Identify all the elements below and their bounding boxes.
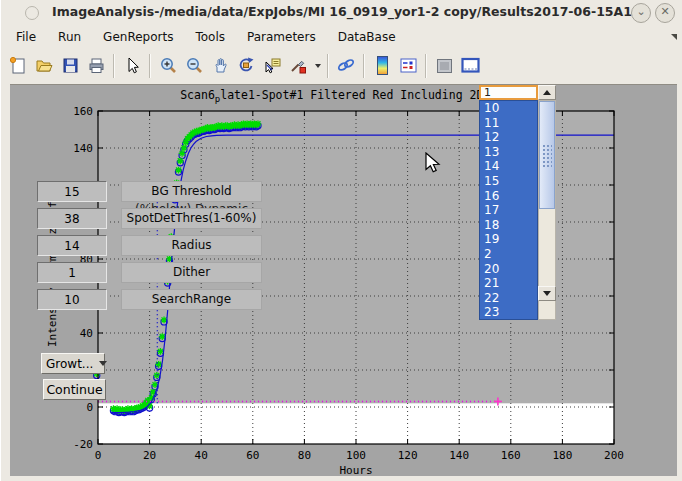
hide-plot-tools-icon[interactable] — [431, 53, 457, 79]
spot-number-list: 10111213141516171819220212223 — [479, 100, 538, 320]
plot-title: Scan6plate1-Spot#1 Filtered Red Includin… — [36, 88, 676, 104]
growth-dropdown-label: Growt... — [46, 357, 93, 371]
arrow-down-icon — [543, 291, 551, 296]
arrow-cursor-icon[interactable] — [119, 53, 145, 79]
toolbar — [1, 48, 682, 83]
shade-button[interactable]: ⌄ — [631, 3, 651, 23]
title-bar: ImageAnalysis-/media/data/ExpJobs/MI 16_… — [1, 0, 682, 26]
searchrange-label: SearchRange — [121, 289, 262, 310]
dropdown-item-23[interactable]: 23 — [480, 305, 537, 320]
radius-input[interactable] — [37, 235, 107, 256]
menu-item-genreports[interactable]: GenReports — [92, 28, 184, 46]
menu-bar: FileRunGenReportsToolsParametersDataBase — [1, 26, 682, 48]
svg-text:-20: -20 — [73, 438, 93, 451]
open-file-icon[interactable] — [31, 53, 57, 79]
growth-dropdown[interactable]: Growt... — [41, 353, 105, 374]
dropdown-item-2[interactable]: 2 — [480, 247, 537, 262]
dropdown-item-16[interactable]: 16 — [480, 189, 537, 204]
svg-text:60: 60 — [246, 449, 259, 462]
scroll-down-button[interactable] — [538, 286, 556, 301]
menu-item-parameters[interactable]: Parameters — [236, 28, 327, 46]
dropdown-item-12[interactable]: 12 — [480, 130, 537, 145]
svg-text:160: 160 — [73, 105, 93, 118]
scroll-up-button[interactable] — [538, 85, 556, 100]
pan-hand-icon[interactable] — [207, 53, 233, 79]
app-window: ImageAnalysis-/media/data/ExpJobs/MI 16_… — [0, 0, 682, 481]
svg-text:160: 160 — [501, 449, 521, 462]
dropdown-item-22[interactable]: 22 — [480, 291, 537, 306]
svg-text:140: 140 — [73, 142, 93, 155]
close-button[interactable]: ✕ — [655, 3, 675, 23]
spotdetthres-input[interactable] — [37, 208, 107, 229]
dropdown-item-10[interactable]: 10 — [480, 101, 537, 116]
scrollbar-grip — [542, 144, 552, 168]
continue-button[interactable]: Continue — [43, 379, 106, 400]
svg-text:0: 0 — [86, 401, 93, 414]
mouse-cursor-icon — [425, 152, 441, 174]
menu-item-database[interactable]: DataBase — [327, 28, 407, 46]
save-icon[interactable] — [57, 53, 83, 79]
menu-item-file[interactable]: File — [5, 28, 47, 46]
svg-text:100: 100 — [346, 449, 366, 462]
svg-text:0: 0 — [95, 449, 102, 462]
data-cursor-icon[interactable] — [259, 53, 285, 79]
svg-text:20: 20 — [143, 449, 156, 462]
dropdown-item-18[interactable]: 18 — [480, 218, 537, 233]
dropdown-item-19[interactable]: 19 — [480, 232, 537, 247]
svg-text:Hours: Hours — [339, 464, 372, 476]
dropdown-item-21[interactable]: 21 — [480, 276, 537, 291]
svg-text:120: 120 — [398, 449, 418, 462]
rotate-3d-icon[interactable] — [233, 53, 259, 79]
insert-legend-icon[interactable] — [395, 53, 421, 79]
print-icon[interactable] — [83, 53, 109, 79]
dropdown-item-13[interactable]: 13 — [480, 145, 537, 160]
zoom-out-icon[interactable] — [181, 53, 207, 79]
link-plots-icon[interactable] — [333, 53, 359, 79]
bg-threshold-input[interactable] — [37, 181, 107, 202]
searchrange-input[interactable] — [37, 289, 107, 310]
dropdown-item-15[interactable]: 15 — [480, 174, 537, 189]
scrollbar-thumb[interactable] — [539, 101, 555, 209]
spotdetthres-label: SpotDetThres(1-60%) — [121, 208, 262, 229]
menu-item-run[interactable]: Run — [47, 28, 92, 46]
menu-overflow-icon[interactable] — [671, 34, 677, 40]
chevron-down-icon — [99, 361, 107, 366]
dropdown-item-17[interactable]: 17 — [480, 203, 537, 218]
brush-icon[interactable] — [285, 53, 311, 79]
svg-text:40: 40 — [195, 449, 208, 462]
arrow-up-icon — [543, 90, 551, 95]
menu-item-tools[interactable]: Tools — [184, 28, 236, 46]
new-file-icon[interactable] — [5, 53, 31, 79]
dropdown-item-14[interactable]: 14 — [480, 159, 537, 174]
radius-label: Radius — [121, 235, 262, 256]
figure-area: 020406080100120140160180200-200204060801… — [10, 84, 677, 476]
window-title: ImageAnalysis-/media/data/ExpJobs/MI 16_… — [1, 4, 682, 19]
insert-colorbar-icon[interactable] — [369, 53, 395, 79]
dropdown-item-20[interactable]: 20 — [480, 262, 537, 277]
zoom-in-icon[interactable] — [155, 53, 181, 79]
svg-text:140: 140 — [449, 449, 469, 462]
brush-dropdown-icon[interactable] — [311, 53, 323, 79]
svg-text:40: 40 — [80, 327, 93, 340]
dither-input[interactable] — [37, 262, 107, 283]
svg-text:200: 200 — [604, 449, 624, 462]
svg-text:180: 180 — [552, 449, 572, 462]
bg-threshold-label: BG Threshold — [121, 181, 262, 202]
dither-label: Dither — [121, 262, 262, 283]
svg-text:80: 80 — [298, 449, 311, 462]
growth-curve-plot: 020406080100120140160180200-200204060801… — [10, 85, 677, 476]
dropdown-item-11[interactable]: 11 — [480, 116, 537, 131]
dock-figure-icon[interactable] — [457, 53, 483, 79]
spot-number-value[interactable]: 1 — [479, 85, 538, 100]
